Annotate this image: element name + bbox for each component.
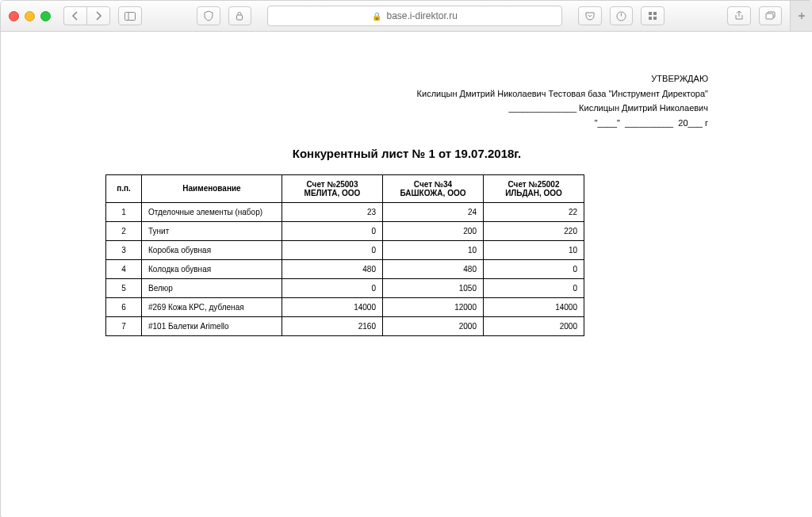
plus-icon <box>797 11 806 21</box>
pocket-button[interactable] <box>578 6 602 25</box>
cell-supplier-2: 24 <box>383 202 484 221</box>
share-icon <box>734 10 744 21</box>
maximize-window-button[interactable] <box>40 11 51 21</box>
cell-name: Отделочные элементы (набор) <box>142 202 282 221</box>
col-header-name: Наименование <box>142 174 282 202</box>
power-icon <box>616 11 626 21</box>
approval-org-line: Кислицын Дмитрий Николаевич Тестовая баз… <box>105 86 708 101</box>
cell-supplier-3: 22 <box>484 202 584 221</box>
cell-supplier-3: 220 <box>484 221 584 240</box>
nav-buttons <box>63 6 110 25</box>
pocket-icon <box>585 11 595 21</box>
cell-number: 2 <box>106 221 142 240</box>
minimize-window-button[interactable] <box>25 11 35 21</box>
new-tab-button[interactable] <box>790 1 812 31</box>
cell-supplier-2: 2000 <box>383 316 484 335</box>
https-lock-icon: 🔒 <box>372 12 381 21</box>
cell-name: Тунит <box>142 221 282 240</box>
cell-supplier-2: 480 <box>383 259 484 278</box>
cell-supplier-1: 0 <box>282 240 383 259</box>
tabs-button[interactable] <box>759 6 783 25</box>
window-controls <box>9 11 51 21</box>
sidebar-button[interactable] <box>118 6 142 25</box>
approval-block: УТВЕРЖДАЮ Кислицын Дмитрий Николаевич Те… <box>105 71 708 131</box>
cell-supplier-2: 200 <box>383 221 484 240</box>
cell-number: 7 <box>106 316 142 335</box>
cell-supplier-3: 0 <box>484 278 584 297</box>
approval-title: УТВЕРЖДАЮ <box>105 71 708 86</box>
back-button[interactable] <box>63 6 86 25</box>
col-header-supplier-3: Счет №25002ИЛЬДАН, ООО <box>484 174 584 202</box>
cell-supplier-1: 14000 <box>282 297 383 316</box>
extension-button[interactable] <box>641 6 665 25</box>
cell-name: #269 Кожа КРС, дубленая <box>142 297 282 316</box>
cell-supplier-3: 10 <box>484 240 584 259</box>
table-row: 2Тунит0200220 <box>106 221 584 240</box>
browser-window: 🔒 base.i-direktor.ru УТВЕРЖДАЮ Ки <box>0 0 812 517</box>
cell-name: Велюр <box>142 278 282 297</box>
shield-button[interactable] <box>197 6 220 25</box>
adblock-button[interactable] <box>610 6 634 25</box>
table-header-row: п.п. Наименование Счет №25003МЕЛИТА, ООО… <box>106 174 584 202</box>
svg-rect-5 <box>649 12 652 15</box>
competitive-table: п.п. Наименование Счет №25003МЕЛИТА, ООО… <box>105 174 584 336</box>
page-title: Конкурентный лист № 1 от 19.07.2018г. <box>105 147 708 160</box>
forward-button[interactable] <box>86 6 110 25</box>
lock-icon <box>236 11 243 21</box>
document: УТВЕРЖДАЮ Кислицын Дмитрий Николаевич Те… <box>105 32 708 368</box>
table-row: 7#101 Балетки Arimello216020002000 <box>106 316 584 335</box>
cell-supplier-2: 10 <box>383 240 484 259</box>
cell-supplier-2: 12000 <box>383 297 484 316</box>
privacy-button[interactable] <box>228 6 252 25</box>
svg-rect-7 <box>649 17 652 20</box>
cell-supplier-1: 2160 <box>282 316 383 335</box>
grid-icon <box>648 11 657 21</box>
address-bar[interactable]: 🔒 base.i-direktor.ru <box>267 6 562 26</box>
svg-rect-2 <box>237 15 243 20</box>
page-viewport[interactable]: УТВЕРЖДАЮ Кислицын Дмитрий Николаевич Те… <box>1 32 812 517</box>
col-header-supplier-2: Счет №34БАШКОЖА, ООО <box>383 174 484 202</box>
cell-number: 3 <box>106 240 142 259</box>
svg-rect-8 <box>653 17 657 20</box>
approval-signer-line: ______________ Кислицын Дмитрий Николаев… <box>105 101 708 116</box>
cell-number: 1 <box>106 202 142 221</box>
close-window-button[interactable] <box>9 11 19 21</box>
cell-supplier-1: 23 <box>282 202 383 221</box>
share-button[interactable] <box>727 6 751 25</box>
table-row: 6#269 Кожа КРС, дубленая140001200014000 <box>106 297 584 316</box>
table-row: 1Отделочные элементы (набор)232422 <box>106 202 584 221</box>
titlebar: 🔒 base.i-direktor.ru <box>1 1 812 32</box>
table-row: 4Колодка обувная4804800 <box>106 259 584 278</box>
col-header-number: п.п. <box>106 174 142 202</box>
chevron-right-icon <box>94 11 102 21</box>
url-host: base.i-direktor.ru <box>386 10 457 21</box>
table-row: 5Велюр010500 <box>106 278 584 297</box>
cell-supplier-3: 2000 <box>484 316 584 335</box>
cell-supplier-1: 0 <box>282 278 383 297</box>
approval-date-line: "____" __________ 20___ г <box>105 116 708 131</box>
sidebar-icon <box>124 12 136 21</box>
cell-number: 6 <box>106 297 142 316</box>
svg-rect-10 <box>766 13 773 19</box>
svg-rect-0 <box>124 12 135 20</box>
cell-supplier-1: 480 <box>282 259 383 278</box>
svg-rect-6 <box>653 12 657 15</box>
table-row: 3Коробка обувная01010 <box>106 240 584 259</box>
cell-number: 4 <box>106 259 142 278</box>
cell-supplier-1: 0 <box>282 221 383 240</box>
cell-supplier-3: 14000 <box>484 297 584 316</box>
cell-number: 5 <box>106 278 142 297</box>
tabs-icon <box>765 11 776 21</box>
cell-name: #101 Балетки Arimello <box>142 316 282 335</box>
col-header-supplier-1: Счет №25003МЕЛИТА, ООО <box>282 174 383 202</box>
cell-name: Колодка обувная <box>142 259 282 278</box>
shield-icon <box>204 10 213 21</box>
cell-supplier-3: 0 <box>484 259 584 278</box>
cell-supplier-2: 1050 <box>383 278 484 297</box>
chevron-left-icon <box>71 11 79 21</box>
approval-signer: Кислицын Дмитрий Николаевич <box>579 103 708 113</box>
cell-name: Коробка обувная <box>142 240 282 259</box>
